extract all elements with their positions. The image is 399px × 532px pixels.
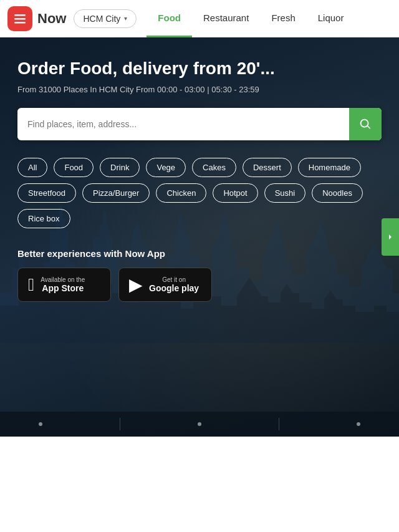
tag-food[interactable]: Food xyxy=(54,158,94,177)
tag-noodles[interactable]: Noodles xyxy=(312,183,363,203)
googleplay-small: Get it on xyxy=(149,276,199,283)
footer-dot-1 xyxy=(39,422,42,426)
tag-cakes[interactable]: Cakes xyxy=(192,158,236,177)
nav-link-liquor[interactable]: Liquor xyxy=(307,0,355,37)
app-buttons:  Available on the App Store ▶ Get it on… xyxy=(17,268,382,302)
appstore-small: Available on the xyxy=(41,276,85,283)
googleplay-button[interactable]: ▶ Get it on Google play xyxy=(118,268,212,302)
footer-divider-2 xyxy=(279,418,279,430)
svg-rect-0 xyxy=(14,14,26,16)
nav-link-restaurant[interactable]: Restaurant xyxy=(192,0,260,37)
appstore-button[interactable]:  Available on the App Store xyxy=(17,268,111,302)
hero-subtitle: From 31000 Places In HCM City From 00:00… xyxy=(17,85,382,94)
city-selector[interactable]: HCM City ▾ xyxy=(74,9,137,28)
search-button[interactable] xyxy=(349,108,382,140)
footer-dot-3 xyxy=(357,422,360,426)
tag-homemade[interactable]: Homemade xyxy=(298,158,361,177)
app-section: Better experiences with Now App  Availa… xyxy=(0,248,399,302)
tag-chicken[interactable]: Chicken xyxy=(156,183,206,203)
tag-drink[interactable]: Drink xyxy=(100,158,140,177)
nav-link-fresh[interactable]: Fresh xyxy=(260,0,306,37)
googleplay-big: Google play xyxy=(149,283,199,293)
chevron-down-icon: ▾ xyxy=(124,15,127,22)
svg-rect-1 xyxy=(14,18,26,20)
search-icon xyxy=(358,117,372,131)
search-bar xyxy=(17,108,382,140)
tag-rice-box[interactable]: Rice box xyxy=(17,209,70,228)
tag-all[interactable]: All xyxy=(17,158,47,177)
footer-dot-2 xyxy=(198,422,201,426)
google-play-icon: ▶ xyxy=(129,274,143,295)
googleplay-text: Get it on Google play xyxy=(149,276,199,293)
nav-logo-icon xyxy=(7,6,32,31)
tag-sushi[interactable]: Sushi xyxy=(264,183,306,203)
app-section-title: Better experiences with Now App xyxy=(17,248,382,259)
nav-logo-text: Now xyxy=(37,11,66,27)
footer-bar xyxy=(0,412,399,437)
tag-dessert[interactable]: Dessert xyxy=(243,158,292,177)
tag-pizza-burger[interactable]: Pizza/Burger xyxy=(82,183,150,203)
tag-vege[interactable]: Vege xyxy=(146,158,186,177)
hero-title: Order Food, delivery from 20'... xyxy=(17,57,382,80)
svg-rect-2 xyxy=(14,22,26,24)
appstore-big: App Store xyxy=(41,283,85,293)
footer-divider-1 xyxy=(120,418,120,430)
hero-section: Order Food, delivery from 20'... From 31… xyxy=(0,37,399,437)
chevron-right-icon xyxy=(385,232,395,242)
nav-link-food[interactable]: Food xyxy=(147,0,192,37)
tag-hotpot[interactable]: Hotpot xyxy=(213,183,257,203)
filter-tags: All Food Drink Vege Cakes Dessert Homema… xyxy=(17,158,382,228)
appstore-text: Available on the App Store xyxy=(41,276,85,293)
menu-icon xyxy=(12,11,27,26)
side-toggle-button[interactable] xyxy=(382,218,399,256)
search-input[interactable] xyxy=(17,110,349,138)
navbar: Now HCM City ▾ Food Restaurant Fresh Liq… xyxy=(0,0,399,37)
nav-logo[interactable]: Now xyxy=(7,6,66,31)
hero-content: Order Food, delivery from 20'... From 31… xyxy=(0,37,399,228)
apple-icon:  xyxy=(28,275,34,295)
city-label: HCM City xyxy=(83,14,120,24)
nav-links: Food Restaurant Fresh Liquor xyxy=(147,0,392,37)
tag-streetfood[interactable]: Streetfood xyxy=(17,183,76,203)
